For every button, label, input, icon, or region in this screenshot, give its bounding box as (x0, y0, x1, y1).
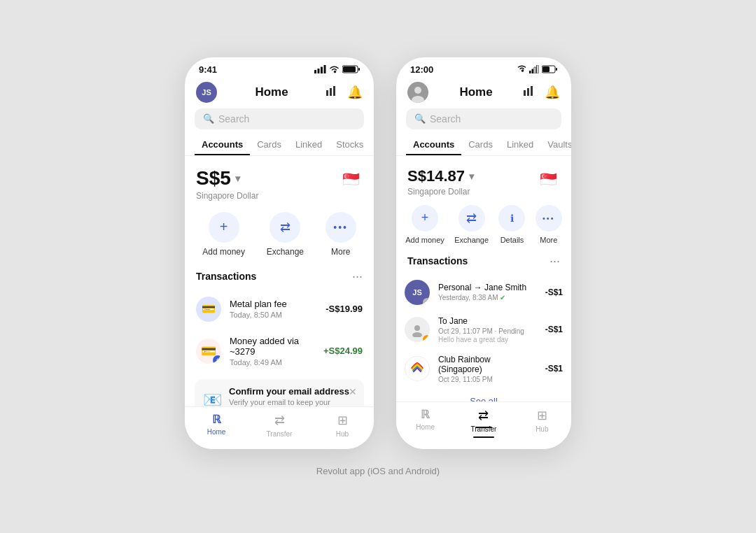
ios-nav-home-icon: ℝ (212, 413, 221, 426)
android-txn-2-amount: -S$1 (545, 325, 563, 334)
android-tab-accounts[interactable]: Accounts (406, 135, 461, 155)
ios-balance-label: Singapore Dollar (196, 191, 258, 201)
android-tab-vaults[interactable]: Vaults (540, 135, 571, 155)
ios-txn-1-name: Metal plan fee (230, 299, 317, 309)
android-nav-hub[interactable]: ⊞ Hub (523, 408, 561, 438)
signal-icon (314, 65, 326, 73)
android-nav-hub-label: Hub (536, 425, 548, 433)
ios-chart-icon[interactable] (326, 86, 337, 99)
ios-nav-hub[interactable]: ⊞ Hub (323, 413, 362, 438)
svg-rect-3 (324, 65, 326, 73)
ios-action-exchange[interactable]: ⇄ Exchange (267, 212, 304, 257)
ios-txn-1[interactable]: 💳 Metal plan fee Today, 8:50 AM -S$19.99 (185, 290, 374, 329)
ios-add-money-label: Add money (202, 247, 245, 257)
android-nav-home[interactable]: ℝ Home (406, 408, 444, 438)
android-avatar[interactable] (407, 82, 428, 103)
svg-rect-2 (321, 67, 323, 74)
svg-rect-11 (532, 69, 534, 74)
ios-txn-2-date: Today, 8:49 AM (230, 358, 315, 367)
android-action-details[interactable]: ℹ Details (498, 205, 525, 244)
ios-nav-home[interactable]: ℝ Home (197, 413, 236, 438)
ios-flag: 🇸🇬 (339, 167, 363, 191)
android-nav-transfer[interactable]: ⇄ Transfer (464, 408, 503, 438)
android-transactions-title: Transactions (407, 255, 468, 266)
android-top-nav: Home 🔔 (396, 79, 571, 108)
ios-action-more[interactable]: ••• More (326, 212, 356, 257)
android-add-money-label: Add money (405, 236, 444, 244)
android-balance-chevron[interactable]: ▾ (469, 171, 474, 182)
android-bottom-nav: ℝ Home ⇄ Transfer ⊞ Hub (396, 401, 571, 449)
android-status-icons (517, 65, 557, 73)
ios-balance-chevron[interactable]: ▾ (235, 173, 240, 184)
android-exchange-icon: ⇄ (458, 205, 485, 232)
ios-txn-1-icon: 💳 (196, 297, 221, 322)
android-balance-section: S$14.87 ▾ Singapore Dollar 🇸🇬 (396, 156, 571, 202)
android-tab-cards[interactable]: Cards (461, 135, 500, 155)
ios-txn-2[interactable]: 💳 + Money added via ~3279 Today, 8:49 AM… (185, 329, 374, 374)
svg-rect-20 (524, 90, 526, 96)
ios-action-add-money[interactable]: + Add money (202, 212, 245, 257)
android-txn-3-info: Club Rainbow (Singapore) Oct 29, 11:05 P… (438, 355, 537, 383)
svg-rect-15 (542, 66, 550, 72)
android-signal-icon (529, 65, 539, 73)
svg-point-24 (412, 332, 422, 337)
android-action-exchange[interactable]: ⇄ Exchange (454, 205, 489, 244)
ios-status-icons (314, 65, 360, 73)
android-txn-1-info: Personal → Jane Smith Yesterday, 8:38 AM… (438, 283, 537, 301)
android-txn-2-sub: Hello have a great day (438, 336, 537, 343)
ios-amount-value: S$5 (196, 167, 231, 190)
ios-add-money-icon: + (209, 212, 239, 243)
ios-nav-transfer-label: Transfer (267, 430, 293, 438)
android-txn-3[interactable]: Club Rainbow (Singapore) Oct 29, 11:05 P… (396, 349, 571, 389)
ios-tab-vault[interactable]: Vault (370, 135, 374, 155)
android-actions: + Add money ⇄ Exchange ℹ Details ••• Mor… (396, 202, 571, 251)
ios-more-label: More (331, 247, 350, 257)
ios-transactions-more[interactable]: ··· (352, 269, 363, 284)
ios-bell-icon[interactable]: 🔔 (347, 85, 363, 100)
battery-icon (342, 65, 360, 73)
phones-container: 9:41 (185, 57, 571, 449)
android-txn-1-icon: JS ✓ (405, 280, 430, 305)
android-chart-icon[interactable] (524, 86, 535, 99)
android-time: 12:00 (410, 64, 433, 75)
android-txn-2[interactable]: ! To Jane Oct 29, 11:07 PM · Pending Hel… (396, 311, 571, 349)
ios-balance-left: S$5 ▾ Singapore Dollar (196, 167, 258, 201)
ios-avatar[interactable]: JS (196, 82, 217, 103)
android-amount-value: S$14.87 (407, 167, 465, 185)
svg-rect-21 (527, 88, 529, 96)
svg-point-23 (414, 325, 420, 331)
android-search-placeholder: Search (430, 113, 461, 125)
svg-rect-6 (358, 68, 360, 71)
android-action-more[interactable]: ••• More (536, 205, 562, 244)
ios-exchange-label: Exchange (267, 247, 304, 257)
android-nav-home-icon: ℝ (421, 408, 430, 421)
ios-search-bar[interactable]: 🔍 Search (195, 108, 364, 129)
android-nav-hub-icon: ⊞ (537, 408, 547, 423)
android-search-bar[interactable]: 🔍 Search (406, 108, 561, 129)
android-txn-1[interactable]: JS ✓ Personal → Jane Smith Yesterday, 8:… (396, 274, 571, 311)
android-tab-linked[interactable]: Linked (500, 135, 540, 155)
android-transactions-more[interactable]: ··· (550, 254, 560, 269)
ios-nav-home-label: Home (207, 428, 226, 436)
ios-tab-linked[interactable]: Linked (288, 135, 329, 155)
ios-tab-cards[interactable]: Cards (250, 135, 288, 155)
android-txn-3-name: Club Rainbow (Singapore) (438, 355, 537, 374)
ios-status-bar: 9:41 (185, 57, 374, 79)
android-action-add-money[interactable]: + Add money (405, 205, 444, 244)
android-more-icon: ••• (536, 205, 562, 232)
android-bell-icon[interactable]: 🔔 (545, 85, 560, 100)
phone-android: 12:00 (396, 57, 571, 449)
ios-nav-transfer[interactable]: ⇄ Transfer (260, 413, 299, 438)
ios-txn-1-date: Today, 8:50 AM (230, 311, 317, 319)
ios-tab-accounts[interactable]: Accounts (195, 135, 250, 155)
android-txn-2-info: To Jane Oct 29, 11:07 PM · Pending Hello… (438, 316, 537, 343)
ios-txn-1-amount: -S$19.99 (326, 304, 363, 314)
android-wifi-icon (517, 65, 526, 73)
android-exchange-label: Exchange (454, 236, 489, 244)
ios-tab-stocks[interactable]: Stocks (329, 135, 370, 155)
ios-email-close[interactable]: ✕ (349, 386, 357, 397)
android-search-icon: 🔍 (414, 113, 426, 124)
android-txn-2-name: To Jane (438, 316, 537, 326)
ios-txn-1-info: Metal plan fee Today, 8:50 AM (230, 299, 317, 319)
svg-rect-1 (318, 69, 320, 73)
